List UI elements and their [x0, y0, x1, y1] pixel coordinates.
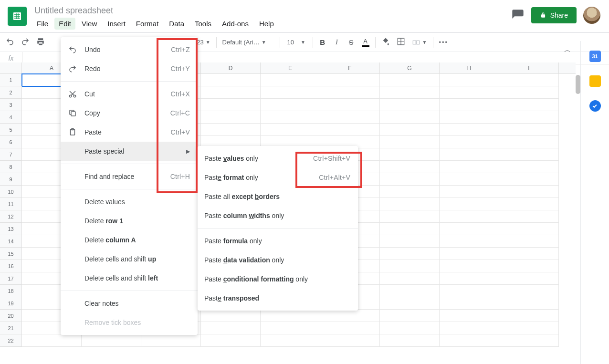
cell[interactable] [380, 74, 440, 86]
cell[interactable] [380, 99, 440, 111]
cell[interactable] [380, 285, 440, 297]
menu-undo[interactable]: Undo Ctrl+Z [61, 40, 198, 59]
cell[interactable] [440, 99, 499, 111]
cell[interactable] [201, 111, 261, 124]
row-header[interactable]: 21 [0, 322, 22, 334]
cell[interactable] [380, 111, 440, 124]
cell[interactable] [380, 223, 440, 235]
cell[interactable] [201, 310, 261, 322]
cell[interactable] [499, 297, 559, 310]
cell[interactable] [440, 248, 499, 260]
row-header[interactable]: 13 [0, 223, 22, 235]
menu-delete-shift-up[interactable]: Delete cells and shift up [61, 250, 198, 269]
row-header[interactable]: 11 [0, 198, 22, 210]
menu-view[interactable]: View [77, 18, 101, 30]
cell[interactable] [261, 99, 320, 111]
cell[interactable] [380, 186, 440, 198]
row-header[interactable]: 14 [0, 235, 22, 248]
cell[interactable] [499, 74, 559, 86]
cell[interactable] [499, 260, 559, 272]
cell[interactable] [320, 310, 380, 322]
cell[interactable] [380, 334, 440, 347]
row-header[interactable]: 12 [0, 210, 22, 223]
comments-icon[interactable] [511, 9, 525, 22]
cell[interactable] [499, 223, 559, 235]
row-header[interactable]: 9 [0, 173, 22, 186]
col-header[interactable]: F [320, 62, 380, 73]
cell[interactable] [499, 322, 559, 334]
menu-delete-column[interactable]: Delete column A [61, 230, 198, 250]
col-header[interactable]: G [380, 62, 440, 73]
cell[interactable] [201, 74, 261, 86]
cell[interactable] [380, 210, 440, 223]
fill-color-button[interactable] [378, 34, 393, 50]
cell[interactable] [261, 310, 320, 322]
cell[interactable] [440, 86, 499, 99]
cell[interactable] [380, 86, 440, 99]
row-header[interactable]: 7 [0, 148, 22, 161]
cell[interactable] [499, 124, 559, 136]
menu-delete-values[interactable]: Delete values [61, 192, 198, 211]
cell[interactable] [261, 86, 320, 99]
cell[interactable] [380, 297, 440, 310]
redo-button[interactable] [18, 34, 32, 50]
cell[interactable] [320, 74, 380, 86]
menu-clear-notes[interactable]: Clear notes [61, 294, 198, 313]
menu-find-replace[interactable]: Find and replace Ctrl+H [61, 167, 198, 186]
menu-format[interactable]: Format [132, 18, 163, 30]
tasks-icon[interactable] [589, 100, 601, 112]
col-header[interactable]: D [201, 62, 261, 73]
menu-tools[interactable]: Tools [190, 18, 216, 30]
row-header[interactable]: 19 [0, 297, 22, 310]
cell[interactable] [440, 310, 499, 322]
cell[interactable] [201, 322, 261, 334]
row-header[interactable]: 8 [0, 161, 22, 173]
cell[interactable] [440, 210, 499, 223]
cell[interactable] [380, 260, 440, 272]
cell[interactable] [499, 310, 559, 322]
menu-delete-shift-left[interactable]: Delete cells and shift left [61, 269, 198, 288]
cell[interactable] [380, 272, 440, 285]
row-header[interactable]: 10 [0, 186, 22, 198]
cell[interactable] [440, 74, 499, 86]
calendar-icon[interactable]: 31 [589, 51, 601, 62]
row-header[interactable]: 3 [0, 99, 22, 111]
cell[interactable] [499, 148, 559, 161]
cell[interactable] [201, 99, 261, 111]
row-header[interactable]: 20 [0, 310, 22, 322]
cell[interactable] [201, 86, 261, 99]
menu-copy[interactable]: Copy Ctrl+C [61, 104, 198, 123]
collapse-toolbar-button[interactable]: ︿ [564, 46, 571, 54]
merge-cells-button[interactable]: ▼ [409, 36, 430, 49]
menu-delete-row[interactable]: Delete row 1 [61, 211, 198, 230]
bold-button[interactable]: B [316, 35, 329, 49]
row-header[interactable]: 17 [0, 272, 22, 285]
menu-redo[interactable]: Redo Ctrl+Y [61, 59, 198, 78]
cell[interactable] [22, 334, 82, 347]
strikethrough-button[interactable]: S [345, 36, 358, 49]
menu-cut[interactable]: Cut Ctrl+X [61, 84, 198, 104]
cell[interactable] [380, 198, 440, 210]
menu-paste-special[interactable]: Paste special ▶ [61, 142, 198, 161]
paste-values-only[interactable]: Paste values only Ctrl+Shift+V [198, 149, 358, 168]
font-size-select[interactable]: 10▼ [283, 37, 310, 48]
cell[interactable] [440, 161, 499, 173]
row-header[interactable]: 22 [0, 334, 22, 347]
cell[interactable] [499, 198, 559, 210]
cell[interactable] [499, 285, 559, 297]
cell[interactable] [440, 297, 499, 310]
italic-button[interactable]: I [330, 35, 344, 49]
row-header[interactable]: 15 [0, 248, 22, 260]
cell[interactable] [141, 334, 201, 347]
keep-icon[interactable] [589, 75, 601, 87]
cell[interactable] [320, 322, 380, 334]
paste-conditional-formatting[interactable]: Paste conditional formatting only [198, 270, 358, 289]
paste-format-only[interactable]: Paste format only Ctrl+Alt+V [198, 168, 358, 187]
cell[interactable] [440, 334, 499, 347]
cell[interactable] [380, 173, 440, 186]
undo-button[interactable] [3, 34, 17, 50]
cell[interactable] [499, 161, 559, 173]
menu-paste[interactable]: Paste Ctrl+V [61, 123, 198, 142]
cell[interactable] [380, 322, 440, 334]
cell[interactable] [380, 136, 440, 148]
